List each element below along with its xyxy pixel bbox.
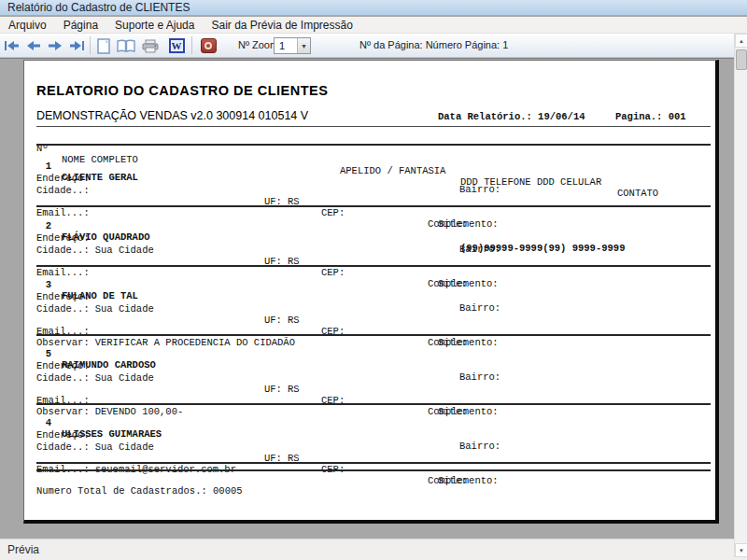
toolbar: W Nº Zoom 1 ▼ Nº da Página: Número Págin… xyxy=(0,34,747,58)
print-button[interactable] xyxy=(140,35,161,56)
client-record: 3 FULANO DE TAL Endereço: Bairro: Cidade… xyxy=(24,268,715,337)
field-label: Cidade..: xyxy=(36,372,90,384)
field-label: Bairro: xyxy=(459,441,500,452)
two-page-view-button[interactable] xyxy=(116,35,136,56)
record-divider xyxy=(36,205,711,207)
record-divider xyxy=(36,265,711,267)
menu-bar: Arquivo Página Suporte e Ajuda Sair da P… xyxy=(0,17,747,34)
page-info-text: Nº da Página: Número Página: 1 xyxy=(359,39,508,50)
client-record: 2 FLÁVIO QUADRADO (99)99999-9999(99) 999… xyxy=(24,209,715,269)
menu-item-sair-da-previa[interactable]: Sair da Prévia de Impressão xyxy=(203,18,360,33)
print-preview-area: RELATORIO DO CADASTRO DE CLIENTES DEMONS… xyxy=(0,58,734,539)
report-date: Data Relatório.: 19/06/14 xyxy=(438,111,585,122)
exit-preview-button[interactable] xyxy=(198,35,218,56)
field-label: Bairro: xyxy=(459,302,500,314)
client-record: 5 RAIMUNDO CARDOSO Endereço: Bairro: Cid… xyxy=(24,337,715,406)
single-page-view-button[interactable] xyxy=(93,35,114,56)
field-label: Bairro: xyxy=(459,371,500,383)
menu-item-pagina[interactable]: Página xyxy=(55,18,106,33)
single-page-icon xyxy=(97,38,110,54)
previous-page-icon xyxy=(26,40,41,51)
window-title: Relatório do Cadastro de CLIENTES xyxy=(7,1,190,14)
client-record: 4 ULISSES GUIMARAES Endereço: Bairro: Ci… xyxy=(24,406,715,473)
next-page-button[interactable] xyxy=(45,35,65,56)
zoom-value: 1 xyxy=(275,38,297,53)
field-label: Cidade..: xyxy=(36,185,90,196)
scroll-up-button[interactable]: ▲ xyxy=(735,34,747,48)
toolbar-separator xyxy=(191,36,192,54)
last-page-button[interactable] xyxy=(66,35,87,56)
field-label: Bairro: xyxy=(459,184,500,195)
scroll-down-button[interactable]: ▼ xyxy=(735,543,747,557)
menu-item-arquivo[interactable]: Arquivo xyxy=(0,18,55,33)
report-page-number: Pagina.: 001 xyxy=(615,111,686,122)
divider xyxy=(36,144,711,146)
zoom-label: Nº Zoom xyxy=(238,39,278,50)
next-page-icon xyxy=(48,40,63,51)
field-value: Sua Cidade xyxy=(95,303,154,315)
record-divider xyxy=(36,403,711,405)
column-header-row: Nº NOME COMPLETO APELIDO / FANTASIA DDD … xyxy=(24,132,715,143)
window-titlebar: Relatório do Cadastro de CLIENTES xyxy=(0,0,747,16)
export-word-button[interactable]: W xyxy=(166,35,187,56)
toolbar-separator xyxy=(90,36,91,54)
divider xyxy=(36,126,711,127)
word-icon: W xyxy=(169,38,185,53)
last-page-icon xyxy=(68,40,85,51)
first-page-button[interactable] xyxy=(2,35,22,56)
field-value: Sua Cidade xyxy=(95,245,154,256)
record-divider xyxy=(36,334,711,336)
field-label: Cidade..: xyxy=(36,303,90,315)
report-subtitle: DEMONSTRAÇÃO VENDAS v2.0 300914 010514 V xyxy=(36,109,308,122)
previous-page-button[interactable] xyxy=(23,35,44,56)
printer-icon xyxy=(142,39,159,53)
field-value: Sua Cidade xyxy=(95,441,154,453)
scrollbar-thumb[interactable] xyxy=(736,49,747,70)
record-divider xyxy=(36,469,711,471)
first-page-icon xyxy=(4,40,21,51)
status-bar: Prévia xyxy=(0,539,747,560)
field-label: Cidade..: xyxy=(36,245,90,256)
field-label: Cidade..: xyxy=(36,441,90,453)
chevron-down-icon[interactable]: ▼ xyxy=(297,38,310,53)
total-label: Numero Total de Cadastrados.: 00005 xyxy=(36,485,243,497)
zoom-select[interactable]: 1 ▼ xyxy=(274,37,311,54)
menu-item-suporte-e-ajuda[interactable]: Suporte e Ajuda xyxy=(106,18,203,33)
chevron-up-icon: ▲ xyxy=(739,38,744,44)
status-text: Prévia xyxy=(7,543,39,556)
chevron-down-icon: ▼ xyxy=(739,548,744,553)
field-value: Sua Cidade xyxy=(95,372,154,384)
field-label: Bairro: xyxy=(459,244,500,255)
record-divider xyxy=(36,462,711,464)
report-title: RELATORIO DO CADASTRO DE CLIENTES xyxy=(36,83,328,98)
vertical-scrollbar[interactable]: ▲ ▼ xyxy=(734,34,747,557)
two-page-icon xyxy=(117,39,135,53)
total-row: Numero Total de Cadastrados.: 00005 xyxy=(24,474,715,485)
report-page: RELATORIO DO CADASTRO DE CLIENTES DEMONS… xyxy=(23,60,719,524)
client-record: 1 CLIENTE GERAL Endereço: Bairro: Cidade… xyxy=(24,149,715,209)
exit-preview-icon xyxy=(201,38,217,53)
